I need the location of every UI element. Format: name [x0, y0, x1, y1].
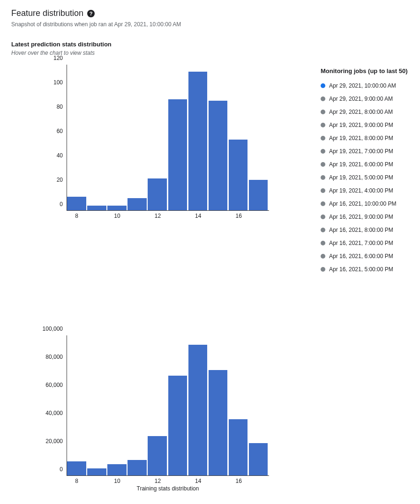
y-tick-label: 60: [57, 128, 63, 134]
chart-hint: Hover over the chart to view stats: [11, 50, 409, 56]
x-tick-label: 8: [75, 213, 78, 219]
y-tick-label: 120: [53, 55, 63, 61]
x-axis: 810121416: [67, 211, 269, 228]
monitoring-job-item[interactable]: Apr 16, 2021, 7:00:00 PM: [321, 237, 408, 250]
monitoring-jobs-panel: Monitoring jobs (up to last 50) Apr 29, …: [321, 67, 408, 276]
monitoring-job-label: Apr 16, 2021, 5:00:00 PM: [329, 266, 393, 273]
bar[interactable]: [229, 419, 248, 475]
status-dot-icon: [321, 188, 325, 193]
x-tick-label: 10: [114, 213, 120, 219]
status-dot-icon: [321, 123, 325, 127]
monitoring-job-item[interactable]: Apr 16, 2021, 8:00:00 PM: [321, 223, 408, 237]
monitoring-job-item[interactable]: Apr 19, 2021, 9:00:00 PM: [321, 119, 408, 132]
bar[interactable]: [168, 99, 188, 210]
monitoring-job-item[interactable]: Apr 16, 2021, 10:00:00 PM: [321, 197, 408, 210]
y-tick-label: 20,000: [45, 438, 63, 445]
bar[interactable]: [209, 370, 228, 475]
bar[interactable]: [87, 206, 106, 210]
y-tick-label: 60,000: [45, 382, 63, 388]
bar[interactable]: [209, 101, 228, 210]
bar[interactable]: [249, 180, 268, 210]
monitoring-job-label: Apr 19, 2021, 6:00:00 PM: [329, 161, 393, 168]
bar[interactable]: [188, 345, 208, 475]
monitoring-job-label: Apr 16, 2021, 8:00:00 PM: [329, 227, 393, 233]
status-dot-icon: [321, 136, 325, 141]
page-title: Feature distribution: [11, 8, 83, 18]
plot-area: [67, 65, 269, 211]
bar[interactable]: [148, 436, 167, 475]
y-tick-label: 80: [57, 104, 63, 110]
monitoring-job-item[interactable]: Apr 16, 2021, 6:00:00 PM: [321, 250, 408, 263]
monitoring-job-item[interactable]: Apr 19, 2021, 8:00:00 PM: [321, 132, 408, 145]
monitoring-jobs-title: Monitoring jobs (up to last 50): [321, 67, 408, 74]
bar[interactable]: [107, 206, 127, 210]
help-icon[interactable]: ?: [87, 10, 95, 17]
monitoring-job-label: Apr 16, 2021, 6:00:00 PM: [329, 253, 393, 259]
page-subtitle: Snapshot of distributions when job ran a…: [11, 21, 409, 28]
monitoring-job-item[interactable]: Apr 29, 2021, 9:00:00 AM: [321, 92, 408, 105]
x-tick-label: 16: [236, 478, 242, 484]
bar[interactable]: [67, 197, 86, 210]
y-tick-label: 80,000: [45, 354, 63, 360]
monitoring-job-item[interactable]: Apr 19, 2021, 5:00:00 PM: [321, 171, 408, 184]
x-tick-label: 10: [114, 478, 120, 484]
y-axis: 020406080100120: [11, 65, 67, 211]
monitoring-job-label: Apr 19, 2021, 8:00:00 PM: [329, 135, 393, 141]
status-dot-icon: [321, 175, 325, 180]
status-dot-icon: [321, 215, 325, 219]
status-dot-icon: [321, 83, 325, 88]
y-tick-label: 0: [60, 466, 63, 473]
monitoring-job-label: Apr 19, 2021, 4:00:00 PM: [329, 187, 393, 194]
monitoring-job-label: Apr 29, 2021, 9:00:00 AM: [329, 96, 393, 102]
bar[interactable]: [128, 198, 147, 210]
status-dot-icon: [321, 201, 325, 206]
x-tick-label: 8: [75, 478, 78, 484]
bar[interactable]: [148, 178, 167, 210]
plot-area: [67, 335, 269, 476]
monitoring-job-label: Apr 16, 2021, 7:00:00 PM: [329, 240, 393, 246]
x-tick-label: 12: [155, 213, 161, 219]
bar[interactable]: [229, 140, 248, 210]
monitoring-job-item[interactable]: Apr 19, 2021, 7:00:00 PM: [321, 145, 408, 158]
status-dot-icon: [321, 228, 325, 232]
bar[interactable]: [107, 464, 127, 475]
y-tick-label: 100: [53, 79, 63, 86]
status-dot-icon: [321, 162, 325, 167]
training-stats-chart[interactable]: 020,00040,00060,00080,000100,000 8101214…: [11, 335, 274, 493]
x-tick-label: 14: [195, 213, 201, 219]
status-dot-icon: [321, 96, 325, 101]
monitoring-job-item[interactable]: Apr 19, 2021, 6:00:00 PM: [321, 158, 408, 171]
bar[interactable]: [87, 468, 106, 475]
monitoring-job-item[interactable]: Apr 16, 2021, 5:00:00 PM: [321, 263, 408, 276]
status-dot-icon: [321, 267, 325, 272]
monitoring-job-label: Apr 29, 2021, 8:00:00 AM: [329, 109, 393, 115]
monitoring-job-label: Apr 29, 2021, 10:00:00 AM: [329, 82, 396, 89]
bar[interactable]: [168, 376, 188, 475]
x-axis: 810121416Training stats distribution: [67, 476, 269, 493]
bar[interactable]: [67, 461, 86, 475]
status-dot-icon: [321, 254, 325, 259]
monitoring-job-label: Apr 19, 2021, 5:00:00 PM: [329, 174, 393, 181]
prediction-stats-chart[interactable]: 020406080100120 810121416: [11, 65, 274, 228]
y-tick-label: 40: [57, 152, 63, 159]
status-dot-icon: [321, 241, 325, 245]
monitoring-job-label: Apr 16, 2021, 9:00:00 PM: [329, 214, 393, 220]
bar[interactable]: [128, 460, 147, 475]
x-tick-label: 16: [236, 213, 242, 219]
x-tick-label: 12: [155, 478, 161, 484]
monitoring-job-label: Apr 16, 2021, 10:00:00 PM: [329, 200, 396, 207]
bar[interactable]: [188, 72, 208, 210]
y-tick-label: 100,000: [43, 326, 63, 332]
monitoring-job-item[interactable]: Apr 19, 2021, 4:00:00 PM: [321, 184, 408, 197]
x-axis-label: Training stats distribution: [67, 485, 269, 492]
monitoring-job-item[interactable]: Apr 29, 2021, 10:00:00 AM: [321, 79, 408, 92]
x-tick-label: 14: [195, 478, 201, 484]
status-dot-icon: [321, 149, 325, 154]
y-axis: 020,00040,00060,00080,000100,000: [11, 335, 67, 476]
monitoring-job-item[interactable]: Apr 16, 2021, 9:00:00 PM: [321, 210, 408, 223]
bar[interactable]: [249, 443, 268, 475]
y-tick-label: 20: [57, 177, 63, 183]
monitoring-job-label: Apr 19, 2021, 9:00:00 PM: [329, 122, 393, 128]
y-tick-label: 0: [60, 201, 63, 208]
monitoring-job-item[interactable]: Apr 29, 2021, 8:00:00 AM: [321, 105, 408, 119]
